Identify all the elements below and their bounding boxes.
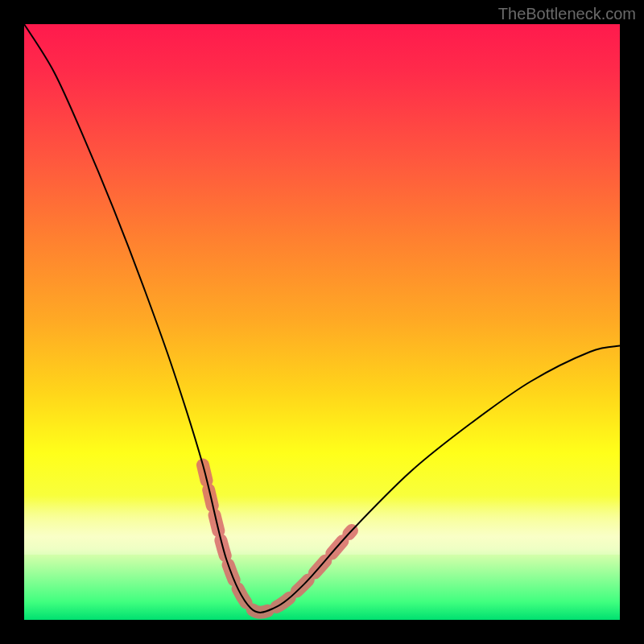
highlight-path (203, 465, 352, 613)
watermark-text: TheBottleneck.com (498, 5, 636, 23)
chart-frame: TheBottleneck.com (0, 0, 644, 644)
bottleneck-curve (24, 24, 620, 613)
curve-svg (24, 24, 620, 620)
plot-area (24, 24, 620, 620)
